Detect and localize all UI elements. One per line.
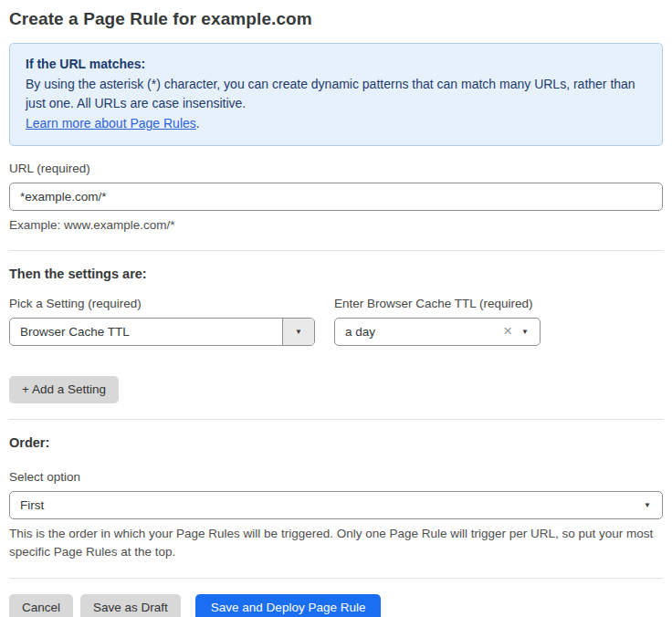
settings-row: Pick a Setting (required) Browser Cache …	[9, 297, 663, 346]
divider	[9, 250, 663, 251]
chevron-down-icon: ▼	[644, 502, 662, 509]
link-suffix: .	[196, 116, 200, 131]
setting-picker-label: Pick a Setting (required)	[9, 297, 315, 310]
setting-picker-value: Browser Cache TTL	[10, 325, 282, 339]
learn-more-link[interactable]: Learn more about Page Rules	[26, 116, 196, 131]
clear-icon[interactable]: ×	[503, 323, 521, 340]
ttl-picker-column: Enter Browser Cache TTL (required) a day…	[334, 297, 541, 346]
order-helper-text: This is the order in which your Page Rul…	[9, 525, 663, 562]
footer-button-bar: Cancel Save as Draft Save and Deploy Pag…	[9, 594, 663, 617]
url-example-helper: Example: www.example.com/*	[9, 216, 663, 235]
url-field-label: URL (required)	[9, 162, 663, 175]
url-input[interactable]	[9, 183, 663, 211]
setting-picker-arrow-segment[interactable]: ▼	[282, 319, 314, 345]
divider	[9, 419, 663, 420]
page-title: Create a Page Rule for example.com	[9, 9, 663, 29]
url-match-info-box: If the URL matches: By using the asteris…	[9, 43, 663, 146]
info-box-heading: If the URL matches:	[26, 55, 646, 75]
order-select-label: Select option	[9, 470, 663, 484]
info-box-link-line: Learn more about Page Rules.	[26, 114, 646, 134]
save-as-draft-button[interactable]: Save as Draft	[80, 594, 181, 617]
order-select-value: First	[10, 498, 644, 512]
add-setting-button[interactable]: + Add a Setting	[9, 376, 119, 403]
ttl-picker-select[interactable]: a day × ▼	[334, 318, 541, 346]
chevron-down-icon: ▼	[295, 329, 302, 336]
save-and-deploy-button[interactable]: Save and Deploy Page Rule	[195, 594, 382, 617]
settings-section-heading: Then the settings are:	[9, 267, 663, 281]
order-section-heading: Order:	[9, 435, 663, 450]
info-box-body: By using the asterisk (*) character, you…	[26, 75, 646, 114]
cancel-button[interactable]: Cancel	[9, 594, 73, 617]
setting-picker-column: Pick a Setting (required) Browser Cache …	[9, 297, 315, 346]
ttl-picker-value: a day	[335, 325, 503, 339]
ttl-picker-label: Enter Browser Cache TTL (required)	[334, 297, 541, 310]
chevron-down-icon: ▼	[521, 329, 540, 336]
divider	[9, 578, 663, 579]
order-select[interactable]: First ▼	[9, 491, 663, 519]
setting-picker-select[interactable]: Browser Cache TTL ▼	[9, 318, 315, 346]
